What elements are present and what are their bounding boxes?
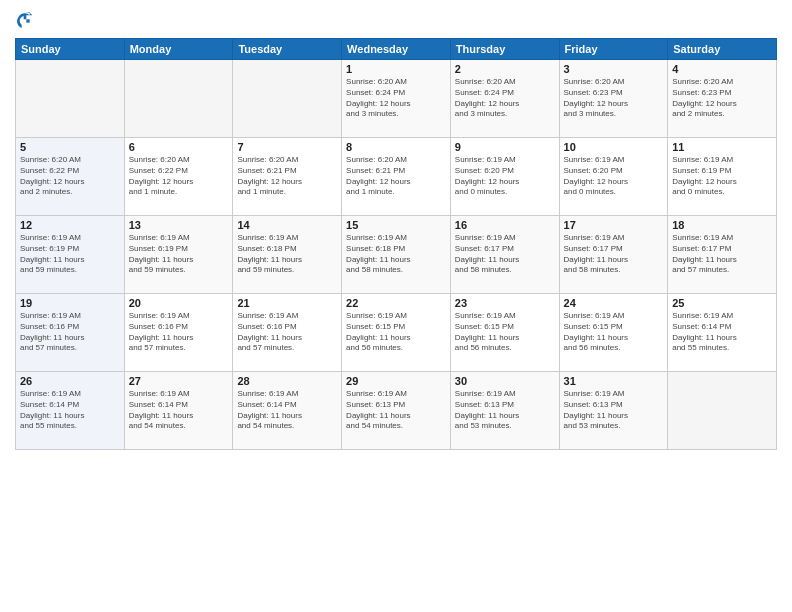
day-info: Sunrise: 6:19 AM Sunset: 6:18 PM Dayligh…: [237, 233, 337, 276]
day-info: Sunrise: 6:19 AM Sunset: 6:16 PM Dayligh…: [20, 311, 120, 354]
day-number: 15: [346, 219, 446, 231]
calendar-cell: 10Sunrise: 6:19 AM Sunset: 6:20 PM Dayli…: [559, 138, 668, 216]
day-header-tuesday: Tuesday: [233, 39, 342, 60]
day-number: 3: [564, 63, 664, 75]
day-info: Sunrise: 6:20 AM Sunset: 6:23 PM Dayligh…: [564, 77, 664, 120]
calendar-cell: 18Sunrise: 6:19 AM Sunset: 6:17 PM Dayli…: [668, 216, 777, 294]
calendar-cell: 21Sunrise: 6:19 AM Sunset: 6:16 PM Dayli…: [233, 294, 342, 372]
calendar-cell: 6Sunrise: 6:20 AM Sunset: 6:22 PM Daylig…: [124, 138, 233, 216]
calendar-container: SundayMondayTuesdayWednesdayThursdayFrid…: [0, 0, 792, 612]
day-info: Sunrise: 6:20 AM Sunset: 6:23 PM Dayligh…: [672, 77, 772, 120]
day-info: Sunrise: 6:19 AM Sunset: 6:19 PM Dayligh…: [672, 155, 772, 198]
day-number: 10: [564, 141, 664, 153]
day-info: Sunrise: 6:19 AM Sunset: 6:15 PM Dayligh…: [564, 311, 664, 354]
day-number: 12: [20, 219, 120, 231]
day-header-saturday: Saturday: [668, 39, 777, 60]
day-number: 17: [564, 219, 664, 231]
calendar-cell: 19Sunrise: 6:19 AM Sunset: 6:16 PM Dayli…: [16, 294, 125, 372]
day-number: 4: [672, 63, 772, 75]
calendar-cell: [124, 60, 233, 138]
day-info: Sunrise: 6:19 AM Sunset: 6:13 PM Dayligh…: [564, 389, 664, 432]
day-number: 5: [20, 141, 120, 153]
calendar-cell: 9Sunrise: 6:19 AM Sunset: 6:20 PM Daylig…: [450, 138, 559, 216]
calendar-cell: 7Sunrise: 6:20 AM Sunset: 6:21 PM Daylig…: [233, 138, 342, 216]
day-number: 28: [237, 375, 337, 387]
day-info: Sunrise: 6:20 AM Sunset: 6:21 PM Dayligh…: [346, 155, 446, 198]
calendar-cell: 23Sunrise: 6:19 AM Sunset: 6:15 PM Dayli…: [450, 294, 559, 372]
day-info: Sunrise: 6:19 AM Sunset: 6:17 PM Dayligh…: [455, 233, 555, 276]
calendar-cell: 16Sunrise: 6:19 AM Sunset: 6:17 PM Dayli…: [450, 216, 559, 294]
calendar-cell: 5Sunrise: 6:20 AM Sunset: 6:22 PM Daylig…: [16, 138, 125, 216]
calendar-cell: 8Sunrise: 6:20 AM Sunset: 6:21 PM Daylig…: [342, 138, 451, 216]
day-number: 24: [564, 297, 664, 309]
calendar-cell: 24Sunrise: 6:19 AM Sunset: 6:15 PM Dayli…: [559, 294, 668, 372]
calendar-cell: 25Sunrise: 6:19 AM Sunset: 6:14 PM Dayli…: [668, 294, 777, 372]
day-number: 16: [455, 219, 555, 231]
day-number: 25: [672, 297, 772, 309]
day-number: 27: [129, 375, 229, 387]
calendar-cell: 11Sunrise: 6:19 AM Sunset: 6:19 PM Dayli…: [668, 138, 777, 216]
day-number: 13: [129, 219, 229, 231]
day-number: 7: [237, 141, 337, 153]
calendar-cell: 26Sunrise: 6:19 AM Sunset: 6:14 PM Dayli…: [16, 372, 125, 450]
day-number: 20: [129, 297, 229, 309]
day-info: Sunrise: 6:19 AM Sunset: 6:15 PM Dayligh…: [346, 311, 446, 354]
calendar-week-5: 26Sunrise: 6:19 AM Sunset: 6:14 PM Dayli…: [16, 372, 777, 450]
day-number: 26: [20, 375, 120, 387]
day-info: Sunrise: 6:20 AM Sunset: 6:21 PM Dayligh…: [237, 155, 337, 198]
day-info: Sunrise: 6:19 AM Sunset: 6:17 PM Dayligh…: [564, 233, 664, 276]
calendar-week-1: 1Sunrise: 6:20 AM Sunset: 6:24 PM Daylig…: [16, 60, 777, 138]
calendar-cell: [16, 60, 125, 138]
day-number: 1: [346, 63, 446, 75]
day-info: Sunrise: 6:19 AM Sunset: 6:17 PM Dayligh…: [672, 233, 772, 276]
day-number: 2: [455, 63, 555, 75]
day-info: Sunrise: 6:19 AM Sunset: 6:16 PM Dayligh…: [129, 311, 229, 354]
day-header-friday: Friday: [559, 39, 668, 60]
calendar-week-4: 19Sunrise: 6:19 AM Sunset: 6:16 PM Dayli…: [16, 294, 777, 372]
calendar-table: SundayMondayTuesdayWednesdayThursdayFrid…: [15, 38, 777, 450]
calendar-cell: 14Sunrise: 6:19 AM Sunset: 6:18 PM Dayli…: [233, 216, 342, 294]
calendar-week-2: 5Sunrise: 6:20 AM Sunset: 6:22 PM Daylig…: [16, 138, 777, 216]
day-info: Sunrise: 6:19 AM Sunset: 6:14 PM Dayligh…: [129, 389, 229, 432]
day-info: Sunrise: 6:19 AM Sunset: 6:14 PM Dayligh…: [237, 389, 337, 432]
logo: [15, 10, 39, 30]
calendar-cell: [233, 60, 342, 138]
day-number: 9: [455, 141, 555, 153]
day-info: Sunrise: 6:19 AM Sunset: 6:14 PM Dayligh…: [20, 389, 120, 432]
calendar-cell: 20Sunrise: 6:19 AM Sunset: 6:16 PM Dayli…: [124, 294, 233, 372]
calendar-cell: 22Sunrise: 6:19 AM Sunset: 6:15 PM Dayli…: [342, 294, 451, 372]
day-info: Sunrise: 6:19 AM Sunset: 6:15 PM Dayligh…: [455, 311, 555, 354]
day-number: 8: [346, 141, 446, 153]
calendar-header-row: SundayMondayTuesdayWednesdayThursdayFrid…: [16, 39, 777, 60]
day-info: Sunrise: 6:20 AM Sunset: 6:22 PM Dayligh…: [129, 155, 229, 198]
day-number: 23: [455, 297, 555, 309]
day-number: 14: [237, 219, 337, 231]
day-info: Sunrise: 6:19 AM Sunset: 6:20 PM Dayligh…: [455, 155, 555, 198]
day-info: Sunrise: 6:19 AM Sunset: 6:19 PM Dayligh…: [20, 233, 120, 276]
calendar-cell: 2Sunrise: 6:20 AM Sunset: 6:24 PM Daylig…: [450, 60, 559, 138]
day-info: Sunrise: 6:19 AM Sunset: 6:16 PM Dayligh…: [237, 311, 337, 354]
header: [15, 10, 777, 30]
day-info: Sunrise: 6:19 AM Sunset: 6:14 PM Dayligh…: [672, 311, 772, 354]
day-info: Sunrise: 6:19 AM Sunset: 6:19 PM Dayligh…: [129, 233, 229, 276]
day-info: Sunrise: 6:20 AM Sunset: 6:24 PM Dayligh…: [346, 77, 446, 120]
day-info: Sunrise: 6:19 AM Sunset: 6:13 PM Dayligh…: [455, 389, 555, 432]
day-header-thursday: Thursday: [450, 39, 559, 60]
day-number: 21: [237, 297, 337, 309]
day-info: Sunrise: 6:20 AM Sunset: 6:24 PM Dayligh…: [455, 77, 555, 120]
day-info: Sunrise: 6:19 AM Sunset: 6:18 PM Dayligh…: [346, 233, 446, 276]
calendar-cell: 15Sunrise: 6:19 AM Sunset: 6:18 PM Dayli…: [342, 216, 451, 294]
day-header-wednesday: Wednesday: [342, 39, 451, 60]
day-info: Sunrise: 6:19 AM Sunset: 6:13 PM Dayligh…: [346, 389, 446, 432]
calendar-cell: 13Sunrise: 6:19 AM Sunset: 6:19 PM Dayli…: [124, 216, 233, 294]
calendar-cell: 30Sunrise: 6:19 AM Sunset: 6:13 PM Dayli…: [450, 372, 559, 450]
calendar-cell: 17Sunrise: 6:19 AM Sunset: 6:17 PM Dayli…: [559, 216, 668, 294]
calendar-cell: 3Sunrise: 6:20 AM Sunset: 6:23 PM Daylig…: [559, 60, 668, 138]
day-number: 22: [346, 297, 446, 309]
calendar-cell: 29Sunrise: 6:19 AM Sunset: 6:13 PM Dayli…: [342, 372, 451, 450]
calendar-cell: 12Sunrise: 6:19 AM Sunset: 6:19 PM Dayli…: [16, 216, 125, 294]
day-header-sunday: Sunday: [16, 39, 125, 60]
day-number: 11: [672, 141, 772, 153]
day-number: 29: [346, 375, 446, 387]
calendar-week-3: 12Sunrise: 6:19 AM Sunset: 6:19 PM Dayli…: [16, 216, 777, 294]
